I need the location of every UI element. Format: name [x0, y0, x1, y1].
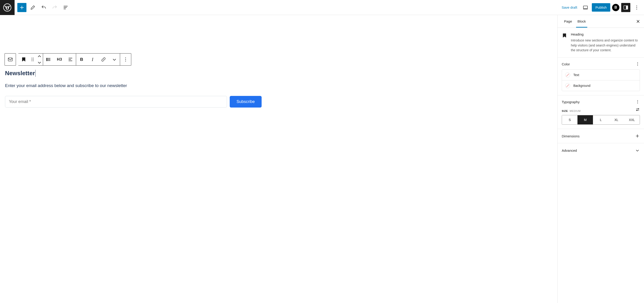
move-up-button[interactable]: [36, 54, 43, 60]
empty-swatch-icon: [565, 72, 570, 78]
color-background-row[interactable]: Background: [562, 80, 640, 91]
tools-button[interactable]: [28, 3, 37, 12]
color-text-row[interactable]: Text: [562, 70, 640, 80]
color-panel-title: Color: [562, 62, 570, 66]
tab-page[interactable]: Page: [561, 15, 575, 27]
svg-rect-3: [626, 6, 628, 9]
options-menu-button[interactable]: [632, 3, 641, 12]
wordpress-logo[interactable]: [0, 0, 14, 15]
svg-point-10: [32, 59, 32, 60]
block-info-description: Introduce new sections and organize cont…: [571, 38, 640, 53]
italic-button[interactable]: I: [87, 54, 98, 66]
block-options-button[interactable]: [120, 54, 131, 66]
text-align-button[interactable]: [65, 54, 76, 66]
svg-point-6: [636, 9, 637, 9]
advanced-label: Advanced: [562, 148, 577, 152]
svg-point-15: [125, 59, 126, 60]
svg-point-16: [125, 60, 126, 61]
color-panel-menu[interactable]: [635, 62, 640, 66]
tab-block[interactable]: Block: [575, 15, 588, 27]
svg-point-4: [636, 6, 637, 6]
settings-sidebar: Page Block Heading Introduce new section…: [558, 15, 644, 303]
save-draft-button[interactable]: Save draft: [560, 4, 579, 11]
size-label: Size: [562, 110, 568, 112]
svg-point-23: [638, 108, 639, 109]
typography-panel: Typography Size Medium S M L XL: [558, 96, 644, 129]
chevron-down-icon: [635, 148, 640, 153]
dimensions-panel-toggle[interactable]: Dimensions: [558, 129, 644, 143]
brevo-plugin-icon[interactable]: B: [612, 4, 620, 11]
preview-button[interactable]: [581, 3, 590, 12]
heading-block[interactable]: Newsletter: [5, 70, 36, 77]
newsletter-form-row: Subscribe: [5, 96, 262, 108]
svg-point-14: [125, 58, 126, 58]
empty-swatch-icon: [565, 83, 570, 88]
settings-sidebar-toggle[interactable]: [621, 3, 630, 12]
drag-handle-icon[interactable]: [29, 54, 36, 66]
document-overview-button[interactable]: [61, 3, 70, 12]
size-custom-toggle[interactable]: [635, 107, 640, 112]
typography-panel-menu[interactable]: [635, 100, 640, 104]
heading-block-icon: [562, 32, 567, 53]
paragraph-block[interactable]: Enter your email address below and subsc…: [5, 83, 262, 88]
svg-point-22: [638, 103, 638, 104]
size-option-s[interactable]: S: [562, 115, 578, 124]
svg-point-0: [4, 4, 11, 11]
redo-button[interactable]: [50, 3, 59, 12]
more-rich-text-button[interactable]: [109, 54, 120, 66]
color-panel: Color Text Background: [558, 58, 644, 96]
size-option-l[interactable]: L: [593, 115, 608, 124]
plus-icon: [635, 134, 640, 138]
svg-point-21: [638, 102, 638, 102]
add-block-button[interactable]: [17, 3, 26, 12]
svg-point-12: [32, 60, 32, 61]
advanced-panel-toggle[interactable]: Advanced: [558, 143, 644, 158]
parent-block-envelope-icon[interactable]: [5, 54, 16, 66]
close-sidebar-button[interactable]: [634, 17, 642, 26]
svg-point-24: [636, 110, 638, 111]
undo-button[interactable]: [39, 3, 48, 12]
email-input[interactable]: [5, 96, 227, 108]
size-option-m[interactable]: M: [578, 115, 593, 124]
heading-level-button[interactable]: H3: [54, 54, 65, 66]
color-text-label: Text: [573, 73, 579, 77]
size-value: Medium: [570, 110, 581, 112]
svg-point-20: [638, 100, 638, 101]
editor-canvas[interactable]: H3 B I: [0, 15, 558, 303]
subscribe-button[interactable]: Subscribe: [230, 96, 262, 108]
block-type-heading-icon[interactable]: [18, 54, 29, 66]
move-down-button[interactable]: [36, 60, 43, 66]
svg-point-11: [33, 59, 34, 60]
dimensions-label: Dimensions: [562, 134, 580, 138]
svg-point-17: [638, 62, 638, 63]
svg-point-19: [638, 65, 638, 66]
svg-rect-1: [584, 6, 588, 9]
size-segmented-control: S M L XL XXL: [562, 115, 640, 124]
block-toolbar: H3 B I: [4, 53, 131, 66]
align-button[interactable]: [43, 54, 54, 66]
size-option-xl[interactable]: XL: [609, 115, 624, 124]
size-option-xxl[interactable]: XXL: [624, 115, 640, 124]
link-button[interactable]: [98, 54, 109, 66]
svg-point-5: [636, 7, 637, 8]
publish-button[interactable]: Publish: [592, 3, 610, 12]
block-info-panel: Heading Introduce new sections and organ…: [558, 28, 644, 58]
svg-rect-7: [8, 58, 12, 61]
svg-point-18: [638, 64, 638, 64]
color-background-label: Background: [573, 84, 590, 88]
svg-point-9: [33, 58, 34, 58]
bold-button[interactable]: B: [76, 54, 87, 66]
block-info-title: Heading: [571, 32, 640, 36]
svg-point-8: [32, 58, 32, 58]
typography-panel-title: Typography: [562, 100, 580, 104]
svg-point-13: [33, 60, 34, 61]
editor-topbar: Save draft Publish B: [0, 0, 644, 15]
